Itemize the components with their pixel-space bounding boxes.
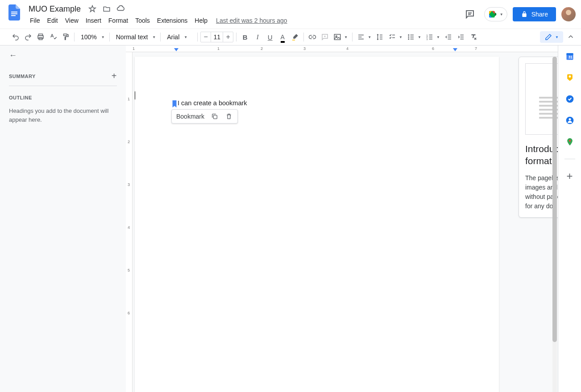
meet-icon [488, 10, 498, 18]
vertical-scrollbar[interactable] [552, 57, 557, 392]
maps-icon[interactable] [565, 137, 574, 146]
bullet-list-button[interactable]: ▼ [405, 33, 423, 41]
zoom-select[interactable]: 100%▼ [77, 33, 107, 41]
text-cursor [135, 91, 135, 99]
underline-button[interactable]: U [264, 31, 276, 43]
font-select[interactable]: Arial▼ [163, 33, 195, 41]
decrease-font-button[interactable]: − [201, 32, 211, 42]
chevron-down-icon: ▼ [500, 12, 503, 17]
text-color-button[interactable]: A [277, 31, 288, 43]
cloud-icon[interactable] [116, 4, 125, 13]
align-button[interactable]: ▼ [355, 33, 373, 41]
svg-point-21 [408, 34, 409, 36]
star-icon[interactable] [88, 4, 97, 13]
image-button[interactable]: ▼ [332, 33, 349, 41]
menu-help[interactable]: Help [191, 15, 211, 26]
svg-rect-1 [11, 13, 17, 14]
clear-format-button[interactable] [468, 31, 479, 43]
move-icon[interactable] [102, 4, 111, 13]
document-title[interactable]: MUO Example [27, 4, 83, 15]
bookmark-icon[interactable] [171, 100, 178, 107]
redo-button[interactable] [22, 31, 34, 43]
toolbar: 100%▼ Normal text▼ Arial▼ − 11 + B I U A… [0, 29, 581, 45]
share-button[interactable]: Share [513, 7, 556, 21]
title-area: MUO Example File Edit View Insert Format… [27, 4, 461, 26]
italic-button[interactable]: I [252, 31, 263, 43]
outdent-button[interactable] [443, 31, 454, 43]
svg-rect-32 [429, 39, 432, 40]
menu-view[interactable]: View [62, 15, 82, 26]
tasks-icon[interactable] [565, 95, 574, 103]
increase-font-button[interactable]: + [223, 32, 233, 42]
menu-bar: File Edit View Insert Format Tools Exten… [27, 15, 461, 26]
print-button[interactable] [35, 31, 46, 43]
font-size-input[interactable]: 11 [211, 32, 223, 42]
highlight-button[interactable] [289, 31, 301, 43]
right-margin-marker[interactable] [453, 48, 457, 51]
spellcheck-button[interactable] [47, 31, 59, 43]
account-avatar[interactable] [561, 7, 576, 21]
link-button[interactable] [307, 31, 318, 43]
outline-hint: Headings you add to the document will ap… [9, 107, 117, 124]
menu-edit[interactable]: Edit [44, 15, 61, 26]
svg-point-43 [569, 75, 571, 78]
svg-rect-2 [11, 15, 16, 16]
bold-button[interactable]: B [239, 31, 251, 43]
summary-label: SUMMARY [9, 74, 36, 79]
bookmarked-line: I can create a bookmark Bookmark [178, 99, 456, 107]
menu-extensions[interactable]: Extensions [154, 15, 191, 26]
menu-format[interactable]: Format [105, 15, 131, 26]
keep-icon[interactable] [565, 73, 574, 82]
svg-rect-39 [213, 115, 217, 119]
svg-rect-26 [411, 39, 414, 40]
menu-insert[interactable]: Insert [83, 15, 104, 26]
side-panel-rail: 31 + [558, 45, 581, 392]
meet-button[interactable]: ▼ [484, 7, 507, 21]
collapse-button[interactable] [565, 31, 577, 43]
checklist-button[interactable]: ▼ [386, 33, 404, 41]
left-margin-marker[interactable] [174, 48, 178, 51]
paint-format-button[interactable] [60, 31, 71, 43]
svg-rect-24 [411, 37, 414, 37]
document-page[interactable]: I can create a bookmark Bookmark [135, 57, 499, 392]
bookmark-popup-label: Bookmark [176, 113, 204, 120]
add-summary-button[interactable]: + [112, 71, 117, 81]
contacts-icon[interactable] [565, 116, 574, 125]
calendar-icon[interactable]: 31 [565, 52, 574, 61]
svg-text:3: 3 [426, 38, 427, 41]
numbered-list-button[interactable]: 123▼ [424, 33, 442, 41]
last-edit-link[interactable]: Last edit was 2 hours ago [216, 17, 287, 24]
comment-button[interactable] [319, 31, 331, 43]
indent-button[interactable] [455, 31, 467, 43]
docs-logo[interactable] [5, 4, 23, 21]
copy-link-button[interactable] [211, 112, 219, 120]
pencil-icon [544, 33, 552, 41]
undo-button[interactable] [10, 31, 21, 43]
line-spacing-button[interactable] [374, 33, 386, 41]
svg-point-23 [408, 37, 409, 38]
font-size-control: − 11 + [200, 32, 233, 42]
outline-label: OUTLINE [9, 95, 117, 100]
outline-panel: ← SUMMARY + OUTLINE Headings you add to … [0, 45, 126, 392]
horizontal-ruler[interactable]: 1 1 2 3 4 6 7 [126, 45, 581, 52]
svg-point-47 [569, 140, 570, 141]
comments-icon[interactable] [461, 5, 479, 23]
svg-rect-0 [11, 12, 17, 12]
chevron-down-icon: ▼ [555, 35, 559, 39]
styles-select[interactable]: Normal text▼ [112, 33, 158, 41]
vertical-ruler[interactable]: 1 2 3 4 5 6 [126, 52, 133, 392]
menu-file[interactable]: File [27, 15, 43, 26]
outline-close-button[interactable]: ← [9, 51, 117, 60]
add-addon-button[interactable]: + [565, 172, 574, 181]
editing-mode-button[interactable]: ▼ [540, 31, 563, 43]
delete-bookmark-button[interactable] [225, 112, 233, 120]
menu-tools[interactable]: Tools [132, 15, 153, 26]
svg-rect-28 [429, 35, 432, 36]
svg-text:31: 31 [568, 55, 573, 59]
scrollbar-thumb[interactable] [552, 57, 557, 342]
document-text[interactable]: I can create a bookmark [178, 99, 247, 107]
share-label: Share [531, 11, 548, 18]
svg-point-25 [408, 38, 409, 40]
header-actions: ▼ Share [461, 4, 576, 25]
app-header: MUO Example File Edit View Insert Format… [0, 0, 581, 29]
